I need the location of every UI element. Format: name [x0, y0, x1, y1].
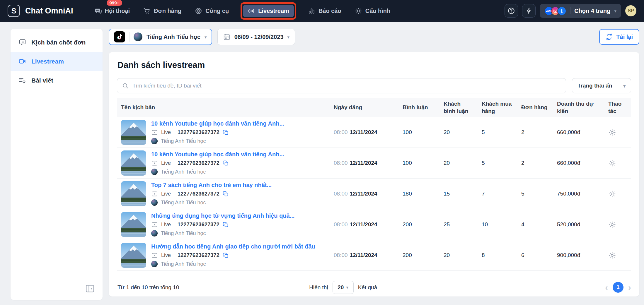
revenue-cell: 660,000đ	[553, 160, 604, 166]
scenario-info: 10 kênh Youtube giúp học đánh vần tiếng …	[151, 120, 284, 144]
column-header-revenue: Doanh thu dự kiến	[553, 98, 604, 117]
divider	[129, 32, 130, 42]
livestream-title-link[interactable]: Top 7 sách tiếng Anh cho trẻ em hay nhất…	[151, 182, 272, 189]
row-settings-gear-icon[interactable]	[608, 159, 616, 167]
publish-date-cell: 08:0012/11/2024	[330, 160, 398, 166]
channel-avatar	[151, 138, 158, 144]
calendar-icon	[223, 33, 231, 41]
previous-page-icon[interactable]: ‹	[605, 283, 608, 292]
nav-item-don-hang[interactable]: Đơn hàng	[139, 5, 186, 17]
chat-icon	[94, 7, 102, 15]
livestream-title-link[interactable]: 10 kênh Youtube giúp học đánh vần tiếng …	[151, 120, 284, 127]
channel-row: Tiếng Anh Tiểu học	[151, 169, 284, 175]
app-logo: S	[8, 5, 20, 17]
row-settings-gear-icon[interactable]	[608, 128, 616, 136]
livestream-thumbnail	[121, 181, 146, 206]
copy-icon[interactable]	[223, 252, 229, 258]
user-avatar[interactable]: SP	[625, 5, 636, 16]
actions-cell	[604, 221, 631, 229]
sidebar-item-livestream[interactable]: Livestream	[11, 52, 103, 71]
comments-cell: 100	[398, 129, 439, 136]
live-id-row: Live 12277623627372	[151, 252, 315, 259]
comment-guests-cell: 20	[439, 129, 478, 136]
page-size-select[interactable]: 20 ▾	[333, 281, 354, 294]
page-selector[interactable]: ZOA f Chọn 4 trang ▾	[540, 4, 621, 18]
chevron-down-icon: ▾	[287, 35, 290, 39]
revenue-cell: 750,000đ	[553, 191, 604, 197]
date-range-picker[interactable]: 06/09 - 12/09/2023 ▾	[217, 29, 295, 45]
gear-icon	[355, 7, 362, 15]
live-id-row: Live 12277623627372	[151, 221, 294, 228]
copy-icon[interactable]	[223, 191, 229, 197]
status-filter-label: Trạng thái ẩn	[577, 83, 612, 89]
row-settings-gear-icon[interactable]	[608, 190, 616, 198]
nav-item-cong-cu[interactable]: Công cụ	[190, 5, 234, 17]
table-body: 10 kênh Youtube giúp học đánh vần tiếng …	[117, 117, 631, 271]
copy-icon[interactable]	[223, 160, 229, 166]
channel-selector[interactable]: Tiếng Anh Tiểu học ▾	[109, 29, 212, 45]
actions-cell	[604, 251, 631, 259]
publish-time: 08:00	[334, 252, 348, 258]
collapse-sidebar-icon[interactable]	[85, 284, 95, 294]
sidebar-item-bai-viet[interactable]: Bài viết	[11, 71, 103, 90]
facebook-letter: f	[561, 8, 563, 14]
row-settings-gear-icon[interactable]	[608, 221, 616, 229]
sidebar-item-kich-ban-chot-don[interactable]: Kịch bản chốt đơn	[11, 33, 103, 52]
help-button[interactable]	[505, 4, 518, 18]
copy-icon[interactable]	[223, 222, 229, 228]
nav-item-bao-cao[interactable]: Báo cáo	[303, 5, 346, 17]
channel-row: Tiếng Anh Tiểu học	[151, 230, 294, 237]
scenario-cell: 10 kênh Youtube giúp học đánh vần tiếng …	[117, 150, 330, 176]
channel-name: Tiếng Anh Tiểu học	[146, 34, 200, 40]
column-header-title: Tên kịch bản	[117, 102, 330, 114]
column-header-comment-guests: Khách bình luận	[439, 98, 478, 117]
orders-cell: 2	[517, 129, 553, 136]
actions-cell	[604, 159, 631, 167]
comment-guests-cell: 20	[439, 160, 478, 166]
chevron-down-icon: ▾	[346, 285, 348, 289]
divider	[570, 7, 570, 14]
page-number-button[interactable]: 1	[613, 282, 623, 293]
publish-date: 12/11/2024	[350, 160, 377, 166]
list-heart-icon	[18, 76, 26, 84]
quick-actions-button[interactable]	[522, 4, 536, 18]
livestream-title-link[interactable]: Những ứng dụng học từ vựng tiếng Anh hiệ…	[151, 213, 294, 219]
date-range-label: 06/09 - 12/09/2023	[234, 34, 284, 40]
search-input[interactable]	[117, 78, 566, 93]
copy-icon[interactable]	[223, 129, 229, 136]
page-size-control: Hiển thị 20 ▾ Kết quả	[309, 281, 377, 294]
nav-item-cau-hinh[interactable]: Cấu hình	[350, 5, 395, 17]
status-filter-dropdown[interactable]: Trạng thái ẩn ▾	[572, 78, 631, 93]
channel-avatar	[151, 261, 158, 267]
avatar-initials: SP	[628, 8, 634, 13]
comment-guests-cell: 25	[439, 221, 478, 228]
scenario-cell: Top 7 sách tiếng Anh cho trẻ em hay nhất…	[117, 181, 330, 206]
show-label: Hiển thị	[309, 284, 328, 291]
livestream-thumbnail	[121, 243, 146, 268]
live-id-row: Live 12277623627372	[151, 191, 272, 197]
comments-cell: 200	[398, 252, 439, 258]
facebook-icon: f	[557, 6, 566, 16]
page-selector-label: Chọn 4 trang	[574, 8, 610, 14]
comments-cell: 100	[398, 160, 439, 166]
nav-item-hoi-thoai[interactable]: 999+ Hội thoại	[90, 5, 135, 17]
pager-nav: ‹ 1 ›	[605, 282, 631, 293]
help-icon	[507, 7, 515, 15]
row-settings-gear-icon[interactable]	[608, 251, 616, 259]
livestream-title-link[interactable]: Hướng dẫn học tiếng Anh giao tiếp cho ng…	[151, 243, 315, 250]
buyer-guests-cell: 8	[478, 252, 517, 258]
channel-avatar	[151, 230, 158, 237]
live-label: Live	[161, 191, 171, 197]
next-page-icon[interactable]: ›	[628, 283, 631, 292]
revenue-cell: 660,000đ	[553, 129, 604, 136]
table-header: Tên kịch bản Ngày đăng Bình luận Khách b…	[117, 98, 631, 117]
channel-name: Tiếng Anh Tiểu học	[161, 261, 206, 267]
reload-button[interactable]: Tải lại	[599, 29, 639, 45]
screen-icon	[151, 160, 158, 167]
livestream-title-link[interactable]: 10 kênh Youtube giúp học đánh vần tiếng …	[151, 151, 284, 158]
table-row: Những ứng dụng học từ vựng tiếng Anh hiệ…	[117, 209, 631, 240]
chevron-down-icon: ▾	[205, 35, 207, 39]
live-id: 12277623627372	[178, 252, 219, 258]
publish-time: 08:00	[334, 160, 348, 166]
nav-item-livestream[interactable]: Livestream	[243, 5, 294, 17]
